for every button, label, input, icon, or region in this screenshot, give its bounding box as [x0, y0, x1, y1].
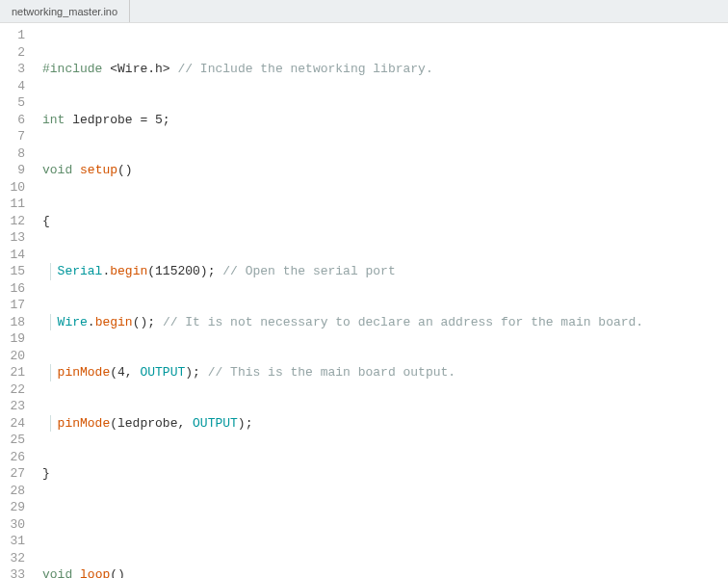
line-number: 12	[4, 213, 25, 230]
line-number: 33	[4, 566, 25, 578]
code-line: pinMode(ledprobe, OUTPUT);	[42, 415, 681, 433]
line-number: 15	[4, 263, 25, 280]
line-number: 5	[4, 94, 25, 112]
line-number: 30	[4, 516, 25, 534]
code-line: pinMode(4, OUTPUT); // This is the main …	[42, 364, 681, 381]
line-number: 9	[4, 162, 25, 179]
code-line	[42, 516, 681, 534]
line-number: 24	[4, 415, 25, 433]
line-number: 16	[4, 280, 25, 298]
code-line: void setup()	[42, 162, 681, 179]
line-number: 21	[4, 364, 25, 381]
line-number: 6	[4, 112, 25, 129]
line-number: 18	[4, 314, 25, 331]
line-number: 13	[4, 229, 25, 247]
code-line: Wire.begin(); // It is not necessary to …	[42, 314, 681, 331]
line-number: 1	[4, 27, 25, 44]
line-number: 29	[4, 499, 25, 516]
line-number: 20	[4, 348, 25, 365]
line-number: 23	[4, 398, 25, 415]
line-number: 2	[4, 44, 25, 62]
line-number: 32	[4, 550, 25, 567]
tab-bar: networking_master.ino	[0, 0, 728, 23]
line-number: 7	[4, 128, 25, 145]
code-line: void loop()	[42, 566, 681, 578]
line-number: 11	[4, 196, 25, 213]
line-number: 8	[4, 145, 25, 163]
line-number: 28	[4, 483, 25, 500]
code-line: }	[42, 465, 681, 483]
code-line: Serial.begin(115200); // Open the serial…	[42, 263, 681, 280]
code-line: #include <Wire.h> // Include the network…	[42, 61, 681, 78]
line-number: 19	[4, 330, 25, 348]
line-number: 25	[4, 432, 25, 449]
line-number: 27	[4, 465, 25, 483]
code-editor[interactable]: 1234567891011121314151617181920212223242…	[0, 23, 728, 578]
tab-filename: networking_master.ino	[12, 6, 117, 17]
file-tab[interactable]: networking_master.ino	[0, 0, 130, 22]
line-number: 31	[4, 533, 25, 550]
line-number: 3	[4, 61, 25, 78]
line-number: 10	[4, 179, 25, 197]
code-area[interactable]: #include <Wire.h> // Include the network…	[35, 23, 681, 578]
line-numbers: 1234567891011121314151617181920212223242…	[0, 23, 35, 578]
code-line: int ledprobe = 5;	[42, 112, 681, 129]
line-number: 26	[4, 449, 25, 466]
line-number: 17	[4, 297, 25, 314]
line-number: 22	[4, 381, 25, 399]
line-number: 4	[4, 78, 25, 95]
code-line: {	[42, 213, 681, 230]
line-number: 14	[4, 247, 25, 264]
